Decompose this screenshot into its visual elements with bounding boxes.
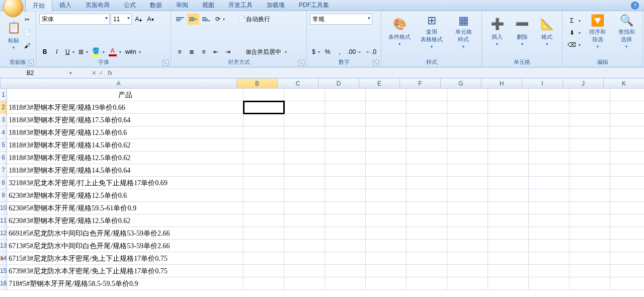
clear-button[interactable]: ⌫ <box>566 39 582 50</box>
cell-A6[interactable]: 1818#3#塑钢本牙密尾/规格12.5单价0.62 <box>7 152 244 164</box>
tab-5[interactable]: 审阅 <box>169 0 195 12</box>
cell-I13[interactable] <box>529 240 570 252</box>
cell-I11[interactable] <box>529 214 570 227</box>
cell-G16[interactable] <box>447 277 488 290</box>
col-header-I[interactable]: I <box>522 79 563 88</box>
cell-J6[interactable] <box>570 152 610 164</box>
tab-0[interactable]: 开始 <box>25 0 52 12</box>
cell-E11[interactable] <box>366 214 407 227</box>
align-left-button[interactable]: ≡ <box>174 46 185 57</box>
cell-G2[interactable] <box>447 101 488 114</box>
cell-I1[interactable] <box>529 89 570 101</box>
cell-D1[interactable] <box>325 89 366 101</box>
cell-B10[interactable] <box>244 202 284 214</box>
cell-H13[interactable] <box>488 240 529 252</box>
row-header-6[interactable]: 6 <box>0 152 7 164</box>
align-center-button[interactable]: ≣ <box>186 46 197 57</box>
cell-G12[interactable] <box>447 227 488 240</box>
cell-J12[interactable] <box>570 227 610 240</box>
cell-G14[interactable] <box>447 252 488 265</box>
copy-button[interactable]: 📄 <box>21 27 33 38</box>
percent-button[interactable]: % <box>322 46 333 57</box>
cell-C4[interactable] <box>284 126 325 139</box>
cell-H4[interactable] <box>488 126 529 139</box>
cell-H16[interactable] <box>488 277 529 290</box>
cell-J14[interactable] <box>570 252 610 265</box>
cell-C15[interactable] <box>284 265 325 277</box>
cell-K4[interactable] <box>610 126 644 139</box>
sort-filter-button[interactable]: 🔽排序和 筛选▾ <box>585 13 611 49</box>
dialog-launcher-icon[interactable]: ⤡ <box>163 60 169 66</box>
row-header-10[interactable]: 10 <box>0 202 7 214</box>
cell-C7[interactable] <box>284 164 325 177</box>
row-header-4[interactable]: 4 <box>0 126 7 139</box>
cell-B3[interactable] <box>244 114 284 126</box>
cell-C8[interactable] <box>284 177 325 189</box>
cell-E14[interactable] <box>366 252 407 265</box>
merge-center-button[interactable]: ⊞ 合并后居中 <box>243 46 288 57</box>
cell-I15[interactable] <box>529 265 570 277</box>
cell-C11[interactable] <box>284 214 325 227</box>
align-middle-button[interactable] <box>187 14 199 25</box>
col-header-E[interactable]: E <box>359 79 400 88</box>
cell-G8[interactable] <box>447 177 488 189</box>
conditional-format-button[interactable]: 🎨条件格式▾ <box>384 13 415 49</box>
cell-F8[interactable] <box>407 177 447 189</box>
tab-3[interactable]: 公式 <box>117 0 143 12</box>
cell-H11[interactable] <box>488 214 529 227</box>
tab-1[interactable]: 插入 <box>52 0 78 12</box>
cell-J1[interactable] <box>570 89 610 101</box>
tab-7[interactable]: 开发工具 <box>221 0 260 12</box>
bold-button[interactable]: B <box>39 46 50 57</box>
cell-E3[interactable] <box>366 114 407 126</box>
row-header-1[interactable]: 1 <box>0 89 7 101</box>
cell-B7[interactable] <box>244 164 284 177</box>
cell-K10[interactable] <box>610 202 644 214</box>
cell-E12[interactable] <box>366 227 407 240</box>
col-header-J[interactable]: J <box>563 79 604 88</box>
enter-icon[interactable]: ✓ <box>98 69 105 77</box>
cell-B6[interactable] <box>244 152 284 164</box>
cell-I7[interactable] <box>529 164 570 177</box>
cell-H10[interactable] <box>488 202 529 214</box>
cell-J9[interactable] <box>570 189 610 202</box>
align-bottom-button[interactable] <box>200 14 212 25</box>
cell-E9[interactable] <box>366 189 407 202</box>
fx-icon[interactable]: fx <box>105 69 115 77</box>
cell-E16[interactable] <box>366 277 407 290</box>
increase-decimal-button[interactable]: .00→ <box>346 46 363 57</box>
delete-button[interactable]: ➖删除▾ <box>510 13 534 49</box>
fill-button[interactable]: ⬇ <box>566 27 582 38</box>
cell-E15[interactable] <box>366 265 407 277</box>
cell-D4[interactable] <box>325 126 366 139</box>
row-header-3[interactable]: 3 <box>0 114 7 126</box>
cell-K7[interactable] <box>610 164 644 177</box>
cell-D8[interactable] <box>325 177 366 189</box>
cell-C9[interactable] <box>284 189 325 202</box>
cell-H12[interactable] <box>488 227 529 240</box>
cell-H14[interactable] <box>488 252 529 265</box>
find-select-button[interactable]: 🔍查找和 选择▾ <box>613 13 639 49</box>
cell-B13[interactable] <box>244 240 284 252</box>
cell-J5[interactable] <box>570 139 610 152</box>
cell-D9[interactable] <box>325 189 366 202</box>
cell-A9[interactable]: 6230#3#塑钢本牙密尾/规格12.5单价0.6 <box>7 189 244 202</box>
cell-H7[interactable] <box>488 164 529 177</box>
formula-input[interactable] <box>115 68 644 78</box>
cell-I9[interactable] <box>529 189 570 202</box>
cell-H3[interactable] <box>488 114 529 126</box>
col-header-G[interactable]: G <box>441 79 481 88</box>
tab-2[interactable]: 页面布局 <box>78 0 117 12</box>
decrease-decimal-button[interactable]: ←.0 <box>364 46 378 57</box>
cell-B1[interactable] <box>244 89 284 101</box>
cell-F9[interactable] <box>407 189 447 202</box>
cell-A12[interactable]: 6691#5#尼龙防水中间印白色开尾/规格53-59单价2.66 <box>7 227 244 240</box>
cell-G3[interactable] <box>447 114 488 126</box>
font-name-input[interactable] <box>39 14 110 25</box>
cell-D7[interactable] <box>325 164 366 177</box>
cell-E13[interactable] <box>366 240 407 252</box>
tab-8[interactable]: 加载项 <box>260 0 292 12</box>
cell-I14[interactable] <box>529 252 570 265</box>
cell-J8[interactable] <box>570 177 610 189</box>
cell-C16[interactable] <box>284 277 325 290</box>
